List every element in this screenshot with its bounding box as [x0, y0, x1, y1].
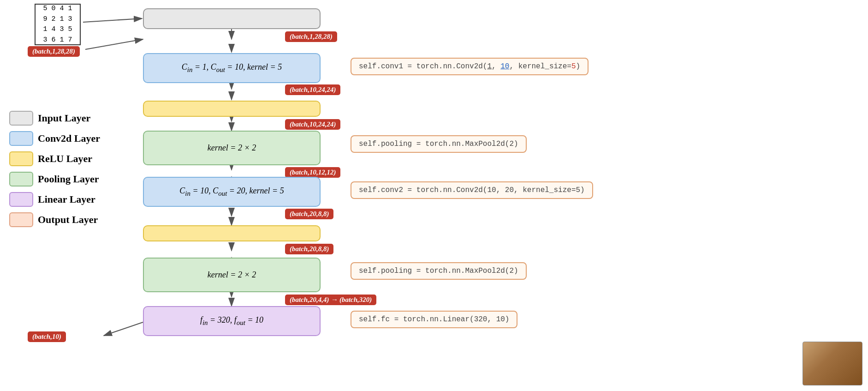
relu1-layer [143, 101, 321, 117]
conv1-label: Cin = 1, Cout = 10, kernel = 5 [182, 62, 282, 74]
code-linear-text: self.fc = torch.nn.Linear(320, 10) [359, 315, 509, 324]
legend-box-pooling [9, 172, 33, 186]
legend-box-relu [9, 151, 33, 166]
badge-b1: (batch,1,28,28) [285, 31, 337, 42]
code-conv1-text: self.conv1 = torch.nn.Conv2d(1, 10, kern… [359, 62, 580, 71]
legend-item-conv2d: Conv2d Layer [9, 131, 100, 146]
legend-item-linear: Linear Layer [9, 192, 100, 207]
badge-b7: (batch,20,4,4) → (batch,320) [285, 295, 376, 305]
badge-b4: (batch,10,12,12) [285, 167, 340, 178]
code-pool1-text: self.pooling = torch.nn.MaxPool2d(2) [359, 140, 518, 148]
code-pool2-text: self.pooling = torch.nn.MaxPool2d(2) [359, 267, 518, 275]
linear-layer: fin = 320, fout = 10 [143, 306, 321, 336]
badge-batch10-text: (batch,10) [32, 333, 61, 340]
legend-box-input [9, 111, 33, 126]
code-linear: self.fc = torch.nn.Linear(320, 10) [351, 311, 517, 328]
legend-item-pooling: Pooling Layer [9, 172, 100, 186]
badge-b6-text: (batch,20,8,8) [290, 245, 329, 253]
legend-box-conv2d [9, 131, 33, 146]
legend-label-pooling: Pooling Layer [38, 173, 99, 185]
legend-box-linear [9, 192, 33, 207]
legend-label-input: Input Layer [38, 112, 90, 124]
svg-line-1 [83, 18, 142, 22]
badge-b5: (batch,20,8,8) [285, 209, 333, 219]
badge-batch-left: (batch,1,28,28) [28, 46, 80, 57]
linear-label: fin = 320, fout = 10 [200, 315, 263, 327]
legend-item-output: Output Layer [9, 212, 100, 227]
conv1-layer: Cin = 1, Cout = 10, kernel = 5 [143, 53, 321, 83]
badge-b2-text: (batch,10,24,24) [290, 86, 336, 93]
diagram-container: 5 0 4 1 9 2 1 3 1 4 3 5 3 6 1 7 Input La… [0, 0, 868, 391]
badge-b2: (batch,10,24,24) [285, 84, 340, 95]
svg-line-2 [85, 39, 143, 49]
legend-item-relu: ReLU Layer [9, 151, 100, 166]
code-conv1: self.conv1 = torch.nn.Conv2d(1, 10, kern… [351, 58, 589, 75]
pool1-layer: kernel = 2 × 2 [143, 131, 321, 165]
code-pool2: self.pooling = torch.nn.MaxPool2d(2) [351, 262, 527, 280]
mnist-row-2: 9 2 1 3 [43, 14, 72, 25]
relu2-layer [143, 225, 321, 241]
badge-b3: (batch,10,24,24) [285, 119, 340, 130]
pool2-label: kernel = 2 × 2 [208, 270, 256, 280]
legend-label-linear: Linear Layer [38, 193, 95, 205]
code-pool1: self.pooling = torch.nn.MaxPool2d(2) [351, 135, 527, 153]
legend-box-output [9, 212, 33, 227]
input-layer [143, 8, 321, 29]
mnist-box: 5 0 4 1 9 2 1 3 1 4 3 5 3 6 1 7 [35, 4, 81, 45]
svg-line-17 [104, 322, 143, 336]
pool1-label: kernel = 2 × 2 [208, 143, 256, 153]
decorative-image [803, 342, 862, 385]
badge-b4-text: (batch,10,12,12) [290, 168, 336, 176]
code-conv2: self.conv2 = torch.nn.Conv2d(10, 20, ker… [351, 181, 593, 199]
badge-batch-left-text: (batch,1,28,28) [32, 48, 75, 55]
legend: Input Layer Conv2d Layer ReLU Layer Pool… [9, 111, 100, 227]
legend-label-conv2d: Conv2d Layer [38, 132, 100, 144]
badge-b7-text: (batch,20,4,4) → (batch,320) [290, 296, 372, 303]
mnist-row-3: 1 4 3 5 [43, 24, 72, 35]
conv2-layer: Cin = 10, Cout = 20, kernel = 5 [143, 177, 321, 207]
badge-b6: (batch,20,8,8) [285, 244, 333, 254]
legend-label-relu: ReLU Layer [38, 153, 92, 165]
code-conv2-text: self.conv2 = torch.nn.Conv2d(10, 20, ker… [359, 186, 585, 194]
conv2-label: Cin = 10, Cout = 20, kernel = 5 [179, 186, 284, 198]
legend-item-input: Input Layer [9, 111, 100, 126]
legend-label-output: Output Layer [38, 214, 98, 226]
badge-b3-text: (batch,10,24,24) [290, 120, 336, 128]
mnist-row-1: 5 0 4 1 [43, 4, 72, 14]
pool2-layer: kernel = 2 × 2 [143, 258, 321, 292]
badge-b1-text: (batch,1,28,28) [290, 33, 333, 40]
badge-b5-text: (batch,20,8,8) [290, 210, 329, 217]
mnist-row-4: 3 6 1 7 [43, 35, 72, 46]
badge-batch10: (batch,10) [28, 331, 66, 342]
